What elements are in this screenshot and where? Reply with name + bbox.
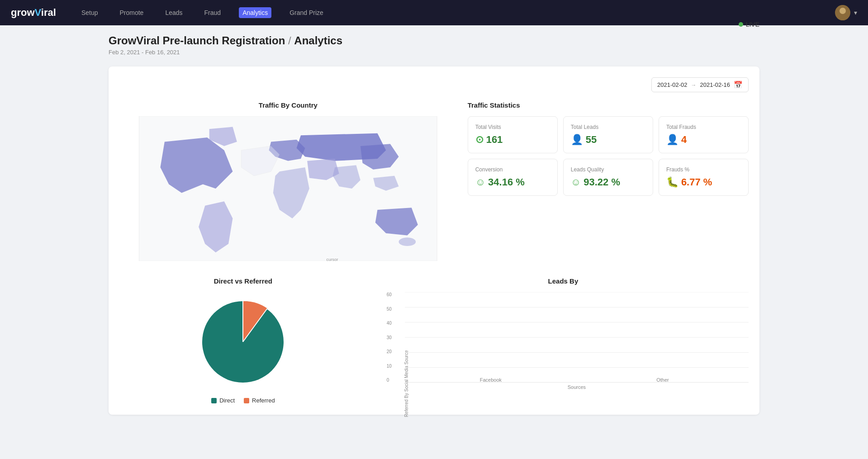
stat-card-frauds: Total Frauds 👤 4 [659,116,749,153]
stat-label-leads: Total Leads [571,124,645,130]
nav-right: ▾ [835,5,857,20]
person-icon: 👤 [571,134,583,146]
nav-leads[interactable]: Leads [161,7,186,18]
date-start: 2021-02-02 [657,81,688,88]
date-range-picker[interactable]: 2021-02-02 → 2021-02-16 📅 [651,77,749,92]
live-dot [739,22,743,27]
stat-value-frauds-pct: 🐛 6.77 % [666,176,741,188]
svg-point-3 [399,237,416,246]
stat-value-frauds: 👤 4 [666,134,741,146]
fraud-person-icon: 👤 [666,134,678,146]
nav-analytics[interactable]: Analytics [239,7,271,18]
svg-point-0 [840,8,846,14]
legend-direct: Direct [211,397,235,404]
stat-value-visits: ⊙ 161 [475,134,550,146]
map-title: Traffic By Country [119,101,457,109]
map-area: Traffic By Country [119,101,457,263]
bar-chart-inner: 0 10 20 30 40 50 60 [405,292,749,383]
stat-label-visits: Total Visits [475,124,550,130]
bug-icon: 🐛 [666,176,678,188]
pie-chart-svg [193,292,293,392]
stat-label-frauds-pct: Frauds % [666,166,741,173]
legend-referred: Referred [244,397,275,404]
stat-card-leads-quality: Leads Quality ☺ 93.22 % [563,159,653,196]
date-end: 2021-02-16 [700,81,730,88]
stats-area: Traffic Statistics Total Visits ⊙ 161 To… [468,101,749,263]
stat-value-conversion: ☺ 34.16 % [475,176,550,188]
pie-legend: Direct Referred [211,397,275,404]
smile-icon: ☺ [475,176,485,188]
bar-chart-title: Leads By [378,277,749,285]
date-row: 2021-02-02 → 2021-02-16 📅 [119,77,749,92]
nav-promote[interactable]: Promote [116,7,147,18]
bottom-section: Direct vs Referred [119,277,749,404]
quality-icon: ☺ [571,176,581,188]
y-axis-ticks: 0 10 20 30 40 50 60 [387,292,392,383]
svg-text:cursor: cursor [327,257,338,261]
date-range-label: Feb 2, 2021 - Feb 16, 2021 [109,49,342,56]
svg-point-1 [837,15,848,20]
date-arrow: → [691,82,697,88]
grid-lines [405,292,749,383]
nav-grand-prize[interactable]: Grand Prize [286,7,327,18]
navbar: growViral Setup Promote Leads Fraud Anal… [0,0,868,25]
avatar-dropdown-arrow[interactable]: ▾ [854,9,857,16]
page-header: GrowViral Pre-launch Registration / Anal… [0,25,868,59]
stat-card-visits: Total Visits ⊙ 161 [468,116,558,153]
pie-chart-area: Direct vs Referred [119,277,367,404]
main-content: 2021-02-02 → 2021-02-16 📅 Traffic By Cou… [0,59,868,433]
live-label: LIVE [746,21,759,28]
live-badge: LIVE [739,21,759,28]
stats-grid: Total Visits ⊙ 161 Total Leads 👤 55 [468,116,749,196]
legend-label-referred: Referred [252,397,275,404]
eye-icon: ⊙ [475,134,484,146]
calendar-icon: 📅 [734,80,743,89]
nav-fraud[interactable]: Fraud [201,7,225,18]
page-title: GrowViral Pre-launch Registration / Anal… [109,34,342,47]
logo: growViral [11,7,56,19]
stat-label-conversion: Conversion [475,166,550,173]
x-axis-label: Sources [405,384,749,390]
top-section: Traffic By Country [119,101,749,263]
pie-chart-title: Direct vs Referred [119,277,367,285]
legend-dot-direct [211,398,217,403]
pie-container: Direct Referred [119,292,367,404]
stat-label-leads-quality: Leads Quality [571,166,645,173]
stat-value-leads-quality: ☺ 93.22 % [571,176,645,188]
world-map: cursor [119,116,457,261]
stat-card-conversion: Conversion ☺ 34.16 % [468,159,558,196]
analytics-card: 2021-02-02 → 2021-02-16 📅 Traffic By Cou… [109,66,759,415]
legend-dot-referred [244,398,249,403]
bar-chart-area: Leads By Referred By Social Media Source… [378,277,749,404]
stat-label-frauds: Total Frauds [666,124,741,130]
avatar[interactable] [835,5,850,20]
stat-value-leads: 👤 55 [571,134,645,146]
nav-setup[interactable]: Setup [78,7,102,18]
stat-card-frauds-pct: Frauds % 🐛 6.77 % [659,159,749,196]
legend-label-direct: Direct [219,397,235,404]
stats-title: Traffic Statistics [468,101,749,109]
stat-card-leads: Total Leads 👤 55 [563,116,653,153]
